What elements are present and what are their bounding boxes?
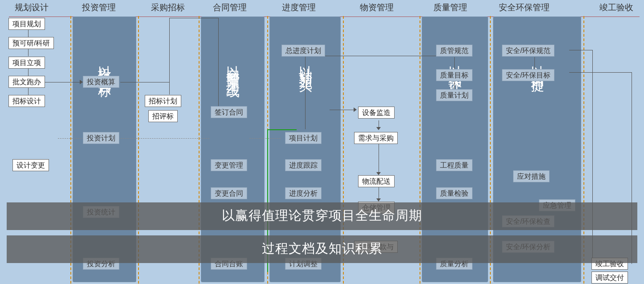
node-c6-设备监造: 设备监造: [358, 107, 395, 119]
connector: [569, 72, 632, 73]
connector: [28, 68, 29, 76]
connector: [218, 18, 219, 107]
connector: [28, 29, 29, 37]
lane-text-c4: 以合同管理为主线: [224, 55, 242, 76]
node-c1-批文跑办: 批文跑办: [8, 76, 45, 88]
node-c1-项目规划: 项目规划: [8, 18, 45, 30]
connector: [569, 50, 592, 50]
node-c6-物流配送: 物流配送: [358, 175, 395, 187]
node-c1-设计变更: 设计变更: [12, 159, 49, 171]
node-c8-应对措施: 应对措施: [513, 170, 550, 182]
arrow-icon: [354, 107, 357, 112]
node-c5-项目计划: 项目计划: [285, 132, 322, 144]
connector: [592, 50, 593, 264]
arrow-icon: [80, 80, 83, 84]
col-header-c2: 投资管理: [82, 2, 116, 14]
arrow-icon: [376, 127, 381, 130]
node-c7-工程质量: 工程质量: [436, 159, 473, 171]
connector: [28, 87, 29, 95]
connector: [534, 57, 535, 70]
node-c8-安全规范: 安全/环保规范: [502, 45, 554, 57]
connector: [330, 110, 356, 110]
node-c9-调试交付: 调试交付: [591, 272, 628, 284]
col-header-c3: 采购招标: [151, 2, 185, 14]
node-c2-投资概算: 投资概算: [83, 76, 119, 88]
node-c1-招标设计: 招标设计: [8, 95, 45, 107]
node-c8-安全目标: 安全/环保目标: [502, 69, 554, 81]
banner-1: 以赢得值理论贯穿项目全生命周期: [7, 202, 637, 230]
connector: [120, 82, 169, 82]
connector: [42, 82, 83, 82]
col-header-c6: 物资管理: [360, 2, 394, 14]
node-c4-变更管理: 变更管理: [211, 159, 247, 171]
node-c7-质量目标: 质量目标: [436, 69, 473, 81]
connector: [169, 18, 218, 18]
col-header-c4: 合同管理: [213, 2, 247, 14]
lane-text-c7: 以质量为保证: [446, 55, 464, 71]
node-c4-签订合同: 签订合同: [211, 106, 247, 118]
connector: [454, 81, 455, 89]
node-c1-预可研科研: 预可研/科研: [8, 37, 54, 49]
connector: [28, 48, 29, 56]
connector: [58, 138, 209, 139]
connector: [305, 56, 306, 129]
col-header-c5: 进度管理: [282, 2, 316, 14]
node-c7-质量检验: 质量检验: [436, 187, 473, 199]
connector: [249, 138, 281, 139]
banner-2: 过程文档及知识积累: [7, 235, 637, 263]
node-c4-变更合同: 变更合同: [211, 187, 247, 199]
connector: [379, 143, 379, 174]
node-c7-质管规范: 质管规范: [436, 45, 473, 57]
col-header-c7: 质量管理: [433, 2, 467, 14]
col-header-c8: 安全环保管理: [499, 2, 550, 14]
connector: [454, 57, 455, 70]
node-c1-项目立项: 项目立项: [8, 57, 45, 69]
node-c2-投资计划: 投资计划: [83, 132, 119, 144]
node-c5-总进度计划: 总进度计划: [281, 45, 325, 57]
arrow-icon: [376, 172, 381, 175]
connector-green: [267, 129, 297, 130]
node-c6-需求与采购: 需求与采购: [354, 132, 398, 144]
col-header-c1: 规划设计: [15, 2, 49, 14]
connector: [169, 18, 170, 95]
node-c3-招评标: 招评标: [148, 110, 178, 122]
col-header-c9: 竣工验收: [599, 2, 633, 14]
node-c3-招标计划: 招标计划: [145, 95, 181, 107]
lane-text-c8: 以安全为前提: [528, 55, 546, 71]
node-c5-进度跟踪: 进度跟踪: [285, 159, 322, 171]
node-c5-进度分析: 进度分析: [285, 187, 322, 199]
lane-text-c2: 以投资控制为目标: [95, 55, 114, 76]
node-c7-质量计划: 质量计划: [436, 89, 473, 101]
connector: [379, 187, 379, 200]
arrow-icon: [376, 198, 381, 202]
